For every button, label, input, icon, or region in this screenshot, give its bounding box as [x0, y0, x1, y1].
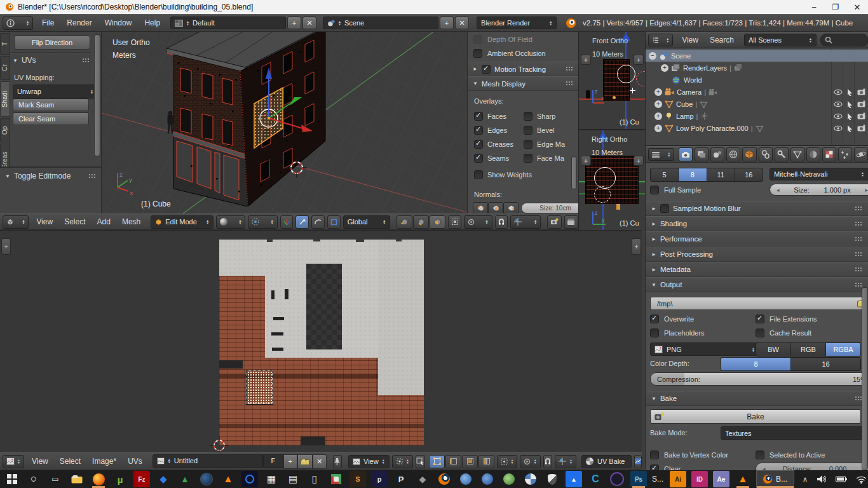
pivot-dropdown[interactable]: [248, 215, 277, 229]
selected-uv-face[interactable]: [247, 370, 273, 404]
add-layout-button[interactable]: +: [287, 17, 301, 29]
tab-constraints[interactable]: [759, 147, 773, 161]
uv-editor-type-button[interactable]: [3, 455, 24, 468]
creases-checkbox[interactable]: [474, 140, 483, 149]
show-weights-checkbox[interactable]: [474, 170, 483, 179]
cinema-icon[interactable]: C: [587, 471, 604, 487]
depth-of-field-checkbox[interactable]: [473, 35, 482, 44]
indesign-icon[interactable]: ID: [691, 471, 708, 487]
photoshop-icon[interactable]: Ps: [630, 471, 647, 487]
aa-16-button[interactable]: 16: [735, 168, 763, 181]
faces-checkbox[interactable]: [474, 112, 483, 121]
panel-grip-icon[interactable]: [88, 173, 97, 179]
face-normals-button[interactable]: [503, 202, 519, 214]
uv-view-dropdown[interactable]: View: [348, 455, 390, 468]
outliner-row-lamp[interactable]: + Lamp|: [646, 110, 868, 122]
battery-icon[interactable]: [836, 475, 847, 483]
manipulator-rotate-button[interactable]: [311, 215, 325, 229]
p-app-icon[interactable]: P: [393, 471, 409, 487]
viewport-editor-type-button[interactable]: [3, 215, 29, 229]
uv-proportional-dropdown[interactable]: [520, 455, 540, 468]
face-marks-checkbox[interactable]: [524, 154, 532, 163]
google-drive-icon[interactable]: ▲: [177, 471, 193, 487]
outliner-row-camera[interactable]: + Camera|: [646, 86, 868, 98]
clear-checkbox[interactable]: [650, 464, 659, 470]
outliner-search-input[interactable]: [820, 34, 868, 46]
performance-panel[interactable]: ►Performance: [646, 231, 868, 247]
bake-panel-header[interactable]: ▼Bake: [646, 391, 868, 406]
shading-dropdown[interactable]: [216, 215, 245, 229]
output-panel[interactable]: ▼Output: [646, 277, 868, 292]
panel-grip-icon[interactable]: [82, 58, 90, 64]
utorrent-icon[interactable]: µ: [112, 471, 128, 487]
flip-direction-button[interactable]: Flip Direction: [14, 36, 90, 50]
orientation-dropdown[interactable]: Global: [343, 215, 390, 229]
menu-window[interactable]: Window: [105, 18, 132, 27]
properties-editor-type-button[interactable]: [648, 148, 674, 161]
menu-file[interactable]: File: [42, 18, 54, 27]
dev-tool-icon[interactable]: [328, 471, 344, 487]
expand-icon[interactable]: +: [654, 125, 662, 132]
bake-mode-dropdown[interactable]: Textures: [721, 426, 868, 440]
bake-vertex-color-checkbox[interactable]: [650, 451, 659, 459]
renderability-camera-icon[interactable]: [857, 100, 865, 107]
outliner-menu-search[interactable]: Search: [710, 36, 734, 44]
manipulator-translate-button[interactable]: [295, 215, 309, 229]
vlc-icon[interactable]: ▲: [220, 471, 236, 487]
after-effects-icon[interactable]: Ae: [713, 471, 729, 487]
expand-region-button[interactable]: +: [1, 238, 11, 255]
limit-visible-button[interactable]: [448, 215, 461, 229]
audio-tool-icon[interactable]: [241, 471, 258, 487]
shelf-tab-shading-uvs[interactable]: Shadi: [0, 81, 10, 117]
metadata-panel[interactable]: ►Metadata: [646, 262, 868, 277]
open-image-button[interactable]: [297, 454, 313, 469]
depth-16-button[interactable]: 16: [791, 358, 860, 370]
renderability-camera-icon[interactable]: [857, 88, 865, 95]
dark-app-icon[interactable]: [609, 471, 625, 487]
sublime-icon[interactable]: S: [349, 471, 366, 487]
file-format-dropdown[interactable]: PNG: [650, 342, 759, 356]
outliner-row-renderlayers[interactable]: + RenderLayers|: [646, 62, 868, 74]
viewport-menu-mesh[interactable]: Mesh: [122, 217, 140, 226]
edge-select-button[interactable]: [413, 215, 429, 229]
editor-type-button[interactable]: [3, 17, 33, 30]
uv-menu-uvs[interactable]: UVs: [128, 457, 142, 466]
outliner-row-world[interactable]: World: [646, 74, 868, 86]
selectability-cursor-icon[interactable]: [846, 88, 853, 96]
mini-view-front[interactable]: z x + + Front Ortho 10 Meters (1) Cu: [579, 32, 645, 130]
aa-size-slider[interactable]: ◂ Size: 1.000 px ▸: [770, 184, 868, 196]
uv-island-select-button[interactable]: [478, 455, 494, 468]
selectability-cursor-icon[interactable]: [846, 125, 853, 132]
tab-material[interactable]: [806, 147, 820, 161]
snap-element-dropdown[interactable]: [510, 215, 541, 229]
uv-scopes-button[interactable]: [634, 455, 642, 468]
menu-help[interactable]: Help: [144, 18, 160, 27]
cortana-icon[interactable]: ○: [25, 471, 42, 487]
tool-shelf-scrollbar[interactable]: [94, 34, 100, 156]
image-datablock[interactable]: Untitled: [153, 454, 263, 468]
mode-dropdown[interactable]: Edit Mode: [151, 215, 214, 229]
steam-icon[interactable]: [198, 471, 215, 487]
rgb-button[interactable]: RGB: [791, 343, 825, 356]
outliner-menu-view[interactable]: View: [682, 36, 698, 44]
panel-grip-icon[interactable]: [566, 81, 574, 86]
task-view-icon[interactable]: ▭: [47, 471, 64, 487]
selectability-cursor-icon[interactable]: [846, 112, 853, 120]
uv-face-select-button[interactable]: [462, 455, 478, 468]
layout-selector[interactable]: Default: [170, 17, 286, 29]
sticky-select-dropdown[interactable]: [497, 455, 517, 468]
add-scene-button[interactable]: +: [440, 17, 454, 29]
sampled-motion-blur-checkbox[interactable]: [660, 204, 669, 213]
manipulator-axes-button[interactable]: [280, 215, 294, 229]
visibility-eye-icon[interactable]: [834, 100, 843, 108]
render-engine-selector[interactable]: Blender Render: [477, 17, 557, 29]
document-icon[interactable]: ▯: [306, 471, 323, 487]
overwrite-checkbox[interactable]: [650, 315, 659, 323]
render-opengl-button[interactable]: [547, 215, 561, 229]
blue-app-icon[interactable]: ▲: [566, 471, 582, 487]
output-path-field[interactable]: /tmp\: [650, 297, 868, 310]
sampled-motion-blur-panel[interactable]: ► Sampled Motion Blur: [646, 201, 868, 216]
toggle-editmode-panel-header[interactable]: ▼ Toggle Editmode: [5, 172, 97, 180]
new-image-button[interactable]: +: [283, 454, 297, 469]
aa-filter-dropdown[interactable]: Mitchell-Netravali: [770, 168, 868, 180]
